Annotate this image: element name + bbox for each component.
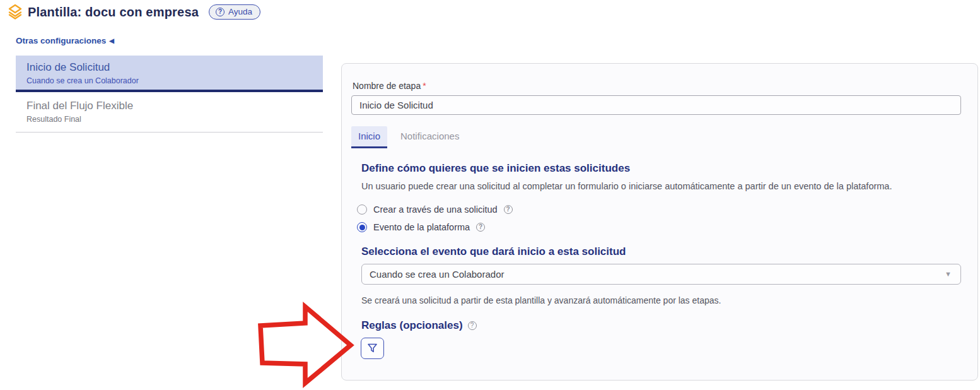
template-editor-page: Plantilla: docu con empresa ? Ayuda Otra…: [0, 0, 980, 390]
help-button-label: Ayuda: [228, 7, 252, 16]
help-button[interactable]: ? Ayuda: [209, 4, 260, 20]
stage-name-label: Nombre de etapa*: [353, 81, 426, 91]
rules-section-heading: Reglas (opcionales) ?: [361, 319, 477, 332]
question-circle-icon[interactable]: ?: [476, 223, 485, 232]
stage-title: Final del Flujo Flexible: [26, 100, 323, 112]
tab-inicio[interactable]: Inicio: [351, 126, 387, 148]
required-asterisk: *: [423, 81, 426, 91]
radio-option-label: Evento de la plataforma: [373, 222, 470, 232]
tab-bar: Inicio Notificaciones: [351, 126, 466, 148]
tab-notificaciones[interactable]: Notificaciones: [394, 126, 466, 148]
stage-item-inicio-de-solicitud[interactable]: Inicio de Solicitud Cuando se crea un Co…: [16, 56, 323, 92]
radio-option-solicitud[interactable]: Crear a través de una solicitud ?: [357, 204, 513, 215]
question-circle-icon[interactable]: ?: [504, 205, 513, 214]
stage-subtitle: Cuando se crea un Colaborador: [26, 76, 323, 85]
stage-subtitle: Resultado Final: [26, 115, 323, 124]
stage-list: Inicio de Solicitud Cuando se crea un Co…: [16, 56, 323, 133]
question-circle-icon: ?: [216, 8, 225, 16]
radio-checked-icon[interactable]: [357, 222, 367, 232]
event-select-value: Cuando se crea un Colaborador: [370, 269, 504, 280]
stage-title: Inicio de Solicitud: [26, 61, 323, 74]
start-section-heading: Define cómo quieres que se inicien estas…: [361, 162, 630, 175]
radio-option-evento[interactable]: Evento de la plataforma ?: [357, 222, 485, 232]
stage-name-label-text: Nombre de etapa: [353, 81, 421, 91]
stage-name-input[interactable]: [351, 95, 961, 115]
layers-icon: [8, 4, 23, 20]
event-helper-text: Se creará una solicitud a partir de esta…: [361, 295, 721, 305]
rules-heading-text: Reglas (opcionales): [361, 319, 463, 332]
radio-option-label: Crear a través de una solicitud: [373, 204, 498, 215]
add-rule-filter-button[interactable]: [361, 338, 384, 359]
other-configurations-link[interactable]: Otras configuraciones ◀: [16, 36, 114, 45]
filter-funnel-icon: [367, 343, 378, 353]
page-header: Plantilla: docu con empresa ? Ayuda: [8, 4, 260, 20]
other-configurations-label: Otras configuraciones: [16, 36, 106, 45]
event-select[interactable]: Cuando se crea un Colaborador ▼: [361, 264, 961, 285]
radio-unchecked-icon[interactable]: [357, 204, 367, 215]
event-section-heading: Selecciona el evento que dará inicio a e…: [361, 245, 626, 258]
chevron-down-icon: ▼: [945, 271, 952, 278]
start-section-description: Un usuario puede crear una solicitud al …: [361, 181, 892, 191]
question-circle-icon[interactable]: ?: [468, 321, 477, 330]
collapse-left-icon: ◀: [109, 38, 114, 44]
stage-item-final-del-flujo[interactable]: Final del Flujo Flexible Resultado Final: [16, 92, 323, 133]
page-title: Plantilla: docu con empresa: [28, 5, 199, 20]
